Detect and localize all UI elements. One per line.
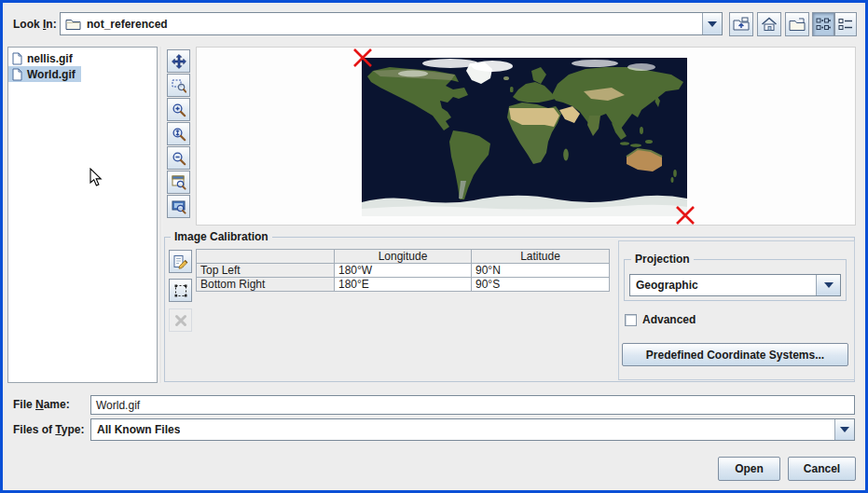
projection-value: Geographic xyxy=(636,279,698,292)
image-calibration-title: Image Calibration xyxy=(171,230,272,243)
edit-point-button[interactable] xyxy=(169,250,192,273)
look-in-label: Look In: xyxy=(13,18,57,31)
calibration-point-marker-topleft[interactable] xyxy=(352,48,373,68)
projection-dropdown-button[interactable] xyxy=(816,275,840,295)
details-view-icon xyxy=(838,18,853,31)
look-in-dropdown-button[interactable] xyxy=(702,13,722,34)
zoom-fit-vertical-button[interactable] xyxy=(167,122,190,145)
projection-combobox[interactable]: Geographic xyxy=(629,274,841,296)
zoom-to-screen-button[interactable] xyxy=(167,195,190,218)
files-of-type-dropdown-button[interactable] xyxy=(834,419,854,440)
table-row: Top Left 180°W 90°N xyxy=(197,264,610,278)
details-view-button[interactable] xyxy=(834,12,857,36)
files-of-type-label: Files of Type: xyxy=(13,423,84,436)
longitude-cell[interactable]: 180°W xyxy=(335,264,472,278)
calibration-point-marker-bottomright[interactable] xyxy=(675,205,696,226)
file-name-text: nellis.gif xyxy=(27,52,73,65)
file-list[interactable]: nellis.gif World.gif xyxy=(7,47,158,383)
file-icon xyxy=(12,68,22,81)
advanced-label: Advanced xyxy=(642,313,696,326)
delete-point-button[interactable] xyxy=(169,308,192,332)
chevron-down-icon xyxy=(840,427,849,432)
zoom-rectangle-icon xyxy=(172,78,186,93)
file-name-text: World.gif xyxy=(27,68,76,81)
edit-point-icon xyxy=(173,254,188,269)
corner-label: Top Left xyxy=(197,264,335,278)
file-name-input[interactable]: World.gif xyxy=(90,395,855,415)
advanced-checkbox[interactable] xyxy=(625,314,637,326)
look-in-value: not_referenced xyxy=(87,18,168,31)
up-one-level-button[interactable] xyxy=(729,12,753,36)
pan-icon xyxy=(172,54,186,69)
chevron-down-icon xyxy=(824,282,834,288)
new-folder-button[interactable] xyxy=(785,12,809,36)
list-view-icon xyxy=(816,18,831,31)
panel-divider xyxy=(160,47,162,383)
list-item[interactable]: nellis.gif xyxy=(8,50,157,66)
open-button[interactable]: Open xyxy=(718,457,780,481)
delete-point-icon xyxy=(174,314,187,327)
zoom-fit-vertical-icon xyxy=(172,127,186,142)
up-folder-icon xyxy=(733,17,750,32)
look-in-combobox[interactable]: not_referenced xyxy=(60,12,723,35)
zoom-out-icon xyxy=(172,151,186,166)
zoom-window-icon xyxy=(172,175,186,190)
latitude-cell[interactable]: 90°S xyxy=(472,278,610,292)
corner-column-header xyxy=(197,250,335,264)
select-area-icon xyxy=(173,283,188,298)
files-of-type-combobox[interactable]: All Known Files xyxy=(90,418,855,441)
table-row: Bottom Right 180°E 90°S xyxy=(197,278,610,292)
latitude-cell[interactable]: 90°N xyxy=(472,264,610,278)
calibration-table-header-row: Longitude Latitude xyxy=(197,250,610,264)
file-icon xyxy=(12,52,22,65)
longitude-cell[interactable]: 180°E xyxy=(335,278,472,292)
corner-label: Bottom Right xyxy=(197,278,335,292)
new-folder-icon xyxy=(789,18,806,32)
chevron-down-icon xyxy=(708,21,717,27)
zoom-in-icon xyxy=(172,103,186,117)
calibration-table: Longitude Latitude Top Left 180°W 90°N B… xyxy=(196,249,610,292)
home-icon xyxy=(761,17,778,32)
zoom-screen-icon xyxy=(172,199,186,214)
folder-icon xyxy=(65,18,81,31)
world-map-image[interactable] xyxy=(362,58,687,216)
list-item-selected[interactable]: World.gif xyxy=(8,66,157,82)
latitude-column-header: Latitude xyxy=(472,250,610,264)
predefined-coordinate-systems-button[interactable]: Predefined Coordinate Systems... xyxy=(622,343,848,366)
select-area-button[interactable] xyxy=(169,279,192,302)
zoom-to-window-button[interactable] xyxy=(167,171,190,194)
zoom-rectangle-button[interactable] xyxy=(167,74,190,97)
files-of-type-value: All Known Files xyxy=(97,423,180,436)
georeference-file-dialog: Look In: not_referenced xyxy=(0,0,868,493)
file-name-label: File Name: xyxy=(13,398,70,411)
zoom-out-button[interactable] xyxy=(167,146,190,170)
projection-title: Projection xyxy=(631,253,694,266)
pan-tool-button[interactable] xyxy=(167,49,190,73)
home-button[interactable] xyxy=(757,12,781,36)
longitude-column-header: Longitude xyxy=(335,250,472,264)
list-view-button[interactable] xyxy=(812,12,834,36)
cancel-button[interactable]: Cancel xyxy=(788,457,856,481)
zoom-in-button[interactable] xyxy=(167,98,190,121)
